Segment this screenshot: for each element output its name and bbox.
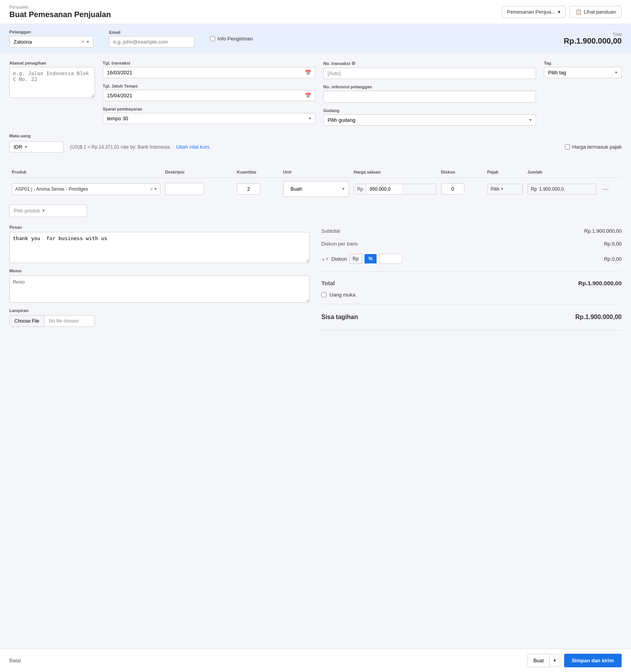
trans-no-section: No. transaksi ⚙ No. referensi pelanggan … xyxy=(323,61,536,126)
remaining-row: Sisa tagihan Rp.1.900.000,00 xyxy=(321,311,622,324)
warehouse-select-wrap: Pilih gudang ▾ xyxy=(323,114,536,126)
discount-amount-input[interactable] xyxy=(379,254,402,264)
col-price: Harga satuan xyxy=(351,167,439,178)
currency-section: Mata uang IDR ▾ (US)$ 1 = Rp.14.371,01 r… xyxy=(9,133,622,160)
unit-select[interactable]: Buah xyxy=(287,184,342,194)
down-payment-checkbox[interactable] xyxy=(321,292,326,297)
summary-section: Subtotal Rp.1.900.000,00 Diskon per bari… xyxy=(321,225,622,333)
guide-label: Lihat panduan xyxy=(584,9,616,15)
message-textarea[interactable]: thank you for business with us xyxy=(9,232,310,263)
trans-date-input[interactable] xyxy=(107,70,303,75)
billing-textarea[interactable] xyxy=(9,67,95,98)
chevron-down-icon: ▾ xyxy=(558,9,561,15)
discount-row: ▲▼ Diskon Rp % Rp.0,00 xyxy=(321,252,622,265)
divider xyxy=(321,272,622,272)
price-prefix: Rp xyxy=(354,184,366,194)
currency-select[interactable]: IDR xyxy=(14,144,23,150)
product-name: ASP01 | - Aroma Sense - Prestiges xyxy=(15,186,148,192)
trans-date-field: Tgl. transaksi 📅 xyxy=(103,61,316,78)
trans-no-label: No. transaksi ⚙ xyxy=(323,61,536,66)
chevron-down-icon[interactable]: ▾ xyxy=(87,39,89,44)
payment-term-select[interactable]: tempo 30 xyxy=(107,116,309,121)
qty-input[interactable] xyxy=(237,183,260,195)
divider3 xyxy=(321,330,622,330)
memo-textarea[interactable] xyxy=(9,275,310,303)
table-row: ASP01 | - Aroma Sense - Prestiges × ▾ Bu… xyxy=(9,178,622,200)
discount-input[interactable] xyxy=(441,183,464,195)
price-input[interactable] xyxy=(366,184,401,194)
shipping-label: Info Pengiriman xyxy=(217,36,253,42)
calendar-icon[interactable]: 📅 xyxy=(305,93,311,98)
calendar-icon[interactable]: 📅 xyxy=(305,70,311,75)
divider2 xyxy=(321,304,622,304)
customer-field-group: Pelanggan × ▾ xyxy=(9,30,93,47)
order-type-dropdown[interactable]: Pemesanan Penjua... ▾ xyxy=(502,6,565,18)
page-title: Buat Pemesanan Penjualan xyxy=(9,10,111,19)
trans-no-wrap xyxy=(323,68,536,79)
disc-prefix: Rp xyxy=(349,254,362,264)
col-amount: Jumlah xyxy=(525,167,599,178)
tax-checkbox[interactable] xyxy=(565,144,570,149)
due-date-label: Tgl. Jatuh Tempo xyxy=(103,84,316,88)
shipping-checkbox-label[interactable]: Info Pengiriman xyxy=(210,36,253,42)
shipping-checkbox[interactable] xyxy=(210,36,215,41)
memo-label: Memo xyxy=(9,268,310,273)
discount-arrows[interactable]: ▲▼ xyxy=(321,257,329,261)
gear-icon[interactable]: ⚙ xyxy=(351,61,356,66)
price-wrap: Rp xyxy=(354,184,436,195)
due-date-field: Tgl. Jatuh Tempo 📅 xyxy=(103,84,316,101)
message-field: Pesan thank you for business with us xyxy=(9,225,310,263)
add-product-label: Pilih produk xyxy=(14,208,40,214)
cust-ref-input[interactable] xyxy=(323,91,536,103)
tag-field: Tag Pilih tag ▾ xyxy=(544,61,622,78)
chevron-down-icon: ▾ xyxy=(501,186,503,191)
email-field-group: Email xyxy=(109,30,195,47)
cust-ref-label: No. referensi pelanggan xyxy=(323,84,536,89)
down-payment-row: Uang muka xyxy=(321,292,622,298)
warehouse-select[interactable]: Pilih gudang xyxy=(328,117,529,123)
total-value: Rp.1.900.000,00 xyxy=(564,37,622,46)
main-content: Alamat penagihan Tgl. transaksi 📅 Tgl. J… xyxy=(0,53,631,364)
exchange-info: (US)$ 1 = Rp.14.371,01 rate by: Bank Ind… xyxy=(70,144,170,150)
file-name-display: No file chosen xyxy=(44,315,95,327)
tag-select[interactable]: Pilih tag xyxy=(548,70,615,75)
total-value: Rp.1.900.000,00 xyxy=(578,280,622,286)
chevron-down-icon: ▾ xyxy=(529,118,532,123)
trans-no-input[interactable] xyxy=(328,70,532,76)
line-disc-value: Rp.0,00 xyxy=(604,241,622,247)
remove-product-icon[interactable]: × xyxy=(150,186,153,192)
exchange-link[interactable]: Ubah nilai kurs xyxy=(176,144,210,150)
customer-input[interactable] xyxy=(14,39,79,45)
add-product-dropdown[interactable]: Pilih produk ▾ xyxy=(9,204,87,217)
tag-select-wrap: Pilih tag ▾ xyxy=(544,67,622,78)
file-input-wrap: Choose File No file chosen xyxy=(9,315,310,327)
warehouse-field: Gudang Pilih gudang ▾ xyxy=(323,108,536,126)
clear-customer-icon[interactable]: × xyxy=(81,39,84,45)
description-input[interactable] xyxy=(165,183,204,195)
order-type-label: Pemesanan Penjua... xyxy=(507,9,555,15)
discount-input-row: ▲▼ Diskon Rp % xyxy=(321,254,402,264)
payment-term-field: Syarat pembayaran tempo 30 ▾ xyxy=(103,107,316,124)
choose-file-button[interactable]: Choose File xyxy=(9,315,44,327)
guide-button[interactable]: 📋 Lihat panduan xyxy=(570,6,622,18)
due-date-input[interactable] xyxy=(107,93,303,98)
email-input[interactable] xyxy=(109,36,195,47)
chevron-down-icon[interactable]: ▾ xyxy=(154,186,157,191)
cust-ref-field: No. referensi pelanggan xyxy=(323,84,536,103)
attachment-label: Lampiran xyxy=(9,308,310,313)
dates-section: Tgl. transaksi 📅 Tgl. Jatuh Tempo 📅 Syar… xyxy=(103,61,316,126)
top-bar-right: Pemesanan Penjua... ▾ 📋 Lihat panduan xyxy=(502,6,622,18)
message-label: Pesan xyxy=(9,225,310,230)
total-label: Total xyxy=(321,280,335,286)
top-bar-left: Penjualan Buat Pemesanan Penjualan xyxy=(9,5,111,19)
subtotal-row: Subtotal Rp.1.900.000,00 xyxy=(321,226,622,235)
col-tax: Pajak xyxy=(485,167,525,178)
chevron-down-icon: ▾ xyxy=(309,116,311,121)
customer-bar: Pelanggan × ▾ Email Info Pengiriman Tota… xyxy=(0,24,631,53)
remaining-value: Rp.1.900.000,00 xyxy=(575,314,622,321)
discount-pct-button[interactable]: % xyxy=(365,254,377,263)
remove-row-button[interactable]: — xyxy=(601,184,610,194)
tax-checkbox-label[interactable]: Harga termasuk pajak xyxy=(565,144,622,150)
tax-select-wrap[interactable]: Pilih ▾ xyxy=(487,184,522,195)
tag-section: Tag Pilih tag ▾ xyxy=(544,61,622,126)
